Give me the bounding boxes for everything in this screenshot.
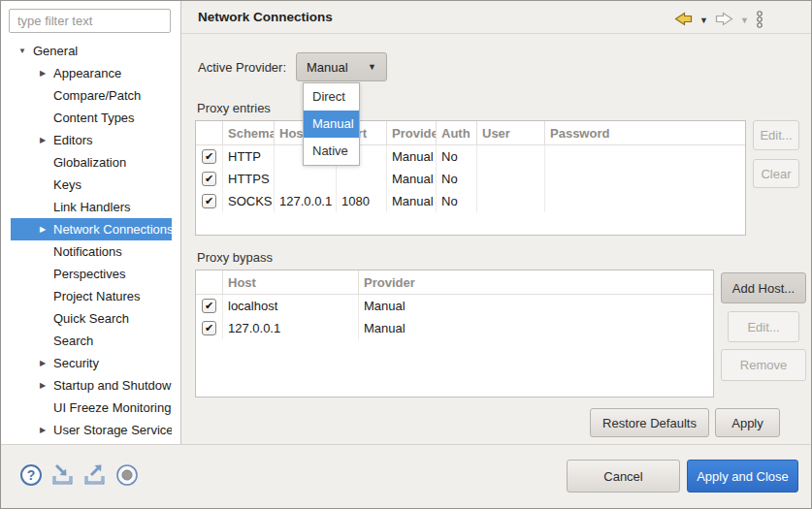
chevron-right-icon[interactable]: ▶ [36,381,49,390]
cell-provider[interactable]: Manual [359,317,713,339]
menu-item-native[interactable]: Native [304,138,359,165]
back-icon[interactable] [674,12,693,29]
row-checkbox[interactable]: ✔ [202,299,216,313]
cell-provider[interactable]: Manual [387,145,437,168]
restore-defaults-button[interactable]: Restore Defaults [590,408,709,437]
cell-host[interactable]: localhost [223,295,359,317]
row-checkbox[interactable]: ✔ [202,321,216,335]
sidebar-item-appearance[interactable]: ▶ Appearance [11,62,172,84]
sidebar-item-project-natures[interactable]: Project Natures [11,285,172,307]
proxy-bypass-label: Proxy bypass [197,250,273,265]
sidebar-item-user-storage-service[interactable]: ▶ User Storage Service [11,419,172,441]
cell-user[interactable] [477,190,545,212]
column-header-provider[interactable]: Provider [387,121,437,145]
dialog-footer-icons: ? [18,462,140,488]
sidebar-item-link-handlers[interactable]: Link Handlers [11,196,172,218]
svg-text:?: ? [27,467,36,483]
chevron-down-icon[interactable]: ▼ [16,47,29,55]
apply-and-close-button[interactable]: Apply and Close [687,460,798,493]
menu-item-direct[interactable]: Direct [304,83,359,111]
sidebar-item-security[interactable]: ▶ Security [11,352,172,374]
table-row-cell: ✔ [196,145,223,168]
apply-button[interactable]: Apply [715,408,780,437]
cell-provider[interactable]: Manual [359,295,713,317]
cell-provider[interactable]: Manual [387,190,437,212]
sidebar-item-perspectives[interactable]: Perspectives [11,263,172,285]
sidebar-item-search[interactable]: Search [11,330,172,352]
chevron-right-icon[interactable]: ▶ [36,69,49,78]
cell-schema[interactable]: SOCKS [223,190,275,212]
table-row-cell: ✔ [196,317,223,339]
active-provider-select[interactable]: Manual ▼ [296,52,387,81]
remove-host-button[interactable]: Remove [721,349,806,381]
cell-host[interactable]: 127.0.0.1 [223,317,359,339]
column-header-provider[interactable]: Provider [359,270,713,295]
sidebar-item-ui-freeze-monitoring[interactable]: UI Freeze Monitoring [11,397,172,419]
chevron-right-icon[interactable]: ▶ [36,136,49,144]
sidebar-item-compare-patch[interactable]: Compare/Patch [11,84,172,107]
add-host-button[interactable]: Add Host... [721,272,806,303]
chevron-down-icon: ▼ [368,62,376,72]
sidebar-item-startup-and-shutdown[interactable]: ▶ Startup and Shutdown [11,374,172,397]
cell-auth[interactable]: No [437,145,477,168]
forward-menu-icon: ▼ [740,16,749,25]
view-menu-icon[interactable] [756,11,763,31]
cell-host[interactable]: 127.0.0.1 [275,190,337,212]
table-row-cell: ✔ [196,168,223,190]
menu-item-manual[interactable]: Manual [304,111,359,138]
sidebar: ▼ General ▶ Appearance Compare/Patch Con… [1,1,181,445]
history-toolbar: ▼ ▼ [674,11,789,30]
export-icon[interactable] [82,462,108,488]
back-menu-icon[interactable]: ▼ [699,16,708,25]
column-header-auth[interactable]: Auth [437,121,477,145]
sidebar-item-notifications[interactable]: Notifications [11,240,172,263]
chevron-right-icon[interactable]: ▶ [36,359,49,367]
footer-separator [1,444,811,445]
edit-host-button[interactable]: Edit... [728,311,799,342]
cell-password[interactable] [545,145,745,168]
sidebar-item-keys[interactable]: Keys [11,174,172,196]
cell-user[interactable] [477,168,545,190]
sidebar-item-quick-search[interactable]: Quick Search [11,307,172,330]
record-icon[interactable] [114,462,140,488]
sidebar-item-globalization[interactable]: Globalization [11,151,172,174]
filter-input[interactable] [9,9,171,33]
proxy-entries-table: Schema Host Port Provider Auth User Pass… [195,120,746,236]
cell-schema[interactable]: HTTP [223,145,275,168]
row-checkbox[interactable]: ✔ [202,172,216,186]
cell-auth[interactable]: No [437,168,477,190]
sidebar-item-general[interactable]: ▼ General [11,40,172,62]
help-icon[interactable]: ? [18,462,44,488]
chevron-right-icon[interactable]: ▶ [36,426,49,434]
edit-entry-button[interactable]: Edit... [753,120,799,150]
import-icon[interactable] [50,462,76,488]
column-header-checkbox [196,270,223,295]
column-header-schema[interactable]: Schema [223,121,275,145]
cell-port[interactable] [337,168,387,190]
cell-auth[interactable]: No [437,190,477,212]
row-checkbox[interactable]: ✔ [202,194,216,208]
sidebar-item-editors[interactable]: ▶ Editors [11,129,172,151]
cell-host[interactable] [275,168,337,190]
active-provider-dropdown: Direct Manual Native [303,82,360,166]
sidebar-item-network-connections[interactable]: ▶ Network Connections [11,218,172,240]
cell-schema[interactable]: HTTPS [223,168,275,190]
active-provider-label: Active Provider: [198,60,286,75]
sidebar-item-content-types[interactable]: Content Types [11,107,172,129]
table-row-cell: ✔ [196,190,223,212]
cancel-button[interactable]: Cancel [567,460,680,493]
cell-password[interactable] [545,190,745,212]
clear-entry-button[interactable]: Clear [753,159,799,188]
cell-password[interactable] [545,168,745,190]
preferences-tree: ▼ General ▶ Appearance Compare/Patch Con… [1,40,181,441]
cell-user[interactable] [477,145,545,168]
proxy-entries-label: Proxy entries [197,101,271,115]
row-checkbox[interactable]: ✔ [202,149,216,164]
cell-port[interactable]: 1080 [337,190,387,212]
title-separator [181,33,811,34]
column-header-host[interactable]: Host [223,270,359,295]
column-header-user[interactable]: User [477,121,545,145]
cell-provider[interactable]: Manual [387,168,437,190]
column-header-password[interactable]: Password [545,121,745,145]
chevron-right-icon[interactable]: ▶ [36,225,49,234]
